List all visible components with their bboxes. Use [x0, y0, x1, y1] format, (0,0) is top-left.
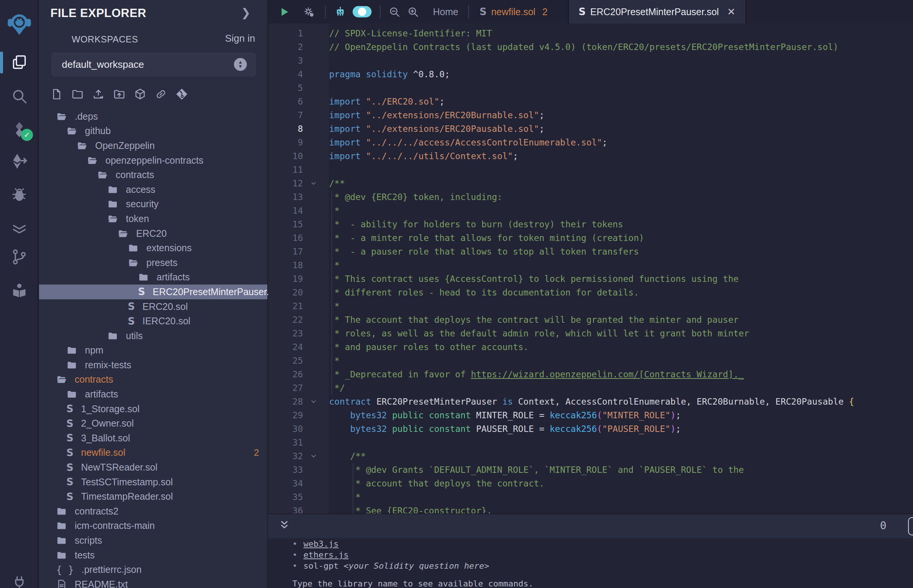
activity-remix-logo[interactable]	[0, 8, 38, 39]
tree-item-contracts[interactable]: contracts	[39, 372, 267, 387]
code-line-17[interactable]: 17 * - a pauser role that allows to stop…	[268, 245, 913, 258]
tree-item-access[interactable]: access	[39, 182, 267, 197]
tree-item-extensions[interactable]: extensions	[39, 241, 267, 255]
tree-item-presets[interactable]: presets	[39, 255, 267, 270]
code-line-2[interactable]: 2// OpenZeppelin Contracts (last updated…	[268, 40, 913, 54]
fold-chevron-icon[interactable]	[307, 449, 321, 463]
tree-item-contracts[interactable]: contracts	[39, 168, 267, 182]
code-line-18[interactable]: 18 *	[268, 258, 913, 272]
code-line-20[interactable]: 20 * different roles - head to its docum…	[268, 286, 913, 299]
fold-chevron-icon[interactable]	[307, 176, 321, 190]
activity-debugger[interactable]	[0, 178, 38, 210]
tree-item-ierc20-sol[interactable]: SIERC20.sol	[39, 314, 267, 328]
tree-item-security[interactable]: security	[39, 197, 267, 212]
tree-item-utils[interactable]: utils	[39, 328, 267, 343]
code-line-21[interactable]: 21 *	[268, 299, 913, 313]
code-line-28[interactable]: 28contract ERC20PresetMinterPauser is Co…	[268, 395, 913, 409]
git-clone-button[interactable]	[176, 88, 188, 102]
ai-assistant-icon[interactable]	[334, 6, 346, 18]
tree-item-npm[interactable]: npm	[39, 343, 267, 358]
tree-item-3-ballot-sol[interactable]: S3_Ballot.sol	[39, 431, 267, 446]
terminal-link[interactable]: web3.js	[303, 539, 338, 549]
upload-file-button[interactable]	[92, 88, 105, 102]
code-line-26[interactable]: 26 * _Deprecated in favor of https://wiz…	[268, 367, 913, 381]
tree-item-erc20-sol[interactable]: SERC20.sol	[39, 299, 267, 314]
code-line-7[interactable]: 7import "../extensions/ERC20Burnable.sol…	[268, 108, 913, 122]
terminal-search-input[interactable]	[908, 517, 913, 535]
code-line-5[interactable]: 5	[268, 81, 913, 95]
settings-gear-button[interactable]	[303, 6, 315, 18]
new-folder-button[interactable]	[71, 88, 84, 102]
activity-unit-testing[interactable]	[0, 212, 38, 244]
tree-item-erc20presetminterpauser-[interactable]: SERC20PresetMinterPauser...	[39, 284, 267, 299]
code-line-25[interactable]: 25 *	[268, 354, 913, 367]
terminal-link[interactable]: ethers.js	[303, 550, 348, 560]
tab-ERC20PresetMinterPauser.sol[interactable]: SERC20PresetMinterPauser.sol✕	[568, 0, 746, 24]
cube-button[interactable]	[134, 88, 146, 102]
code-line-14[interactable]: 14 *	[268, 204, 913, 218]
tree-item-contracts2[interactable]: contracts2	[39, 504, 267, 519]
code-line-4[interactable]: 4pragma solidity ^0.8.0;	[268, 68, 913, 81]
code-line-6[interactable]: 6import "../ERC20.sol";	[268, 95, 913, 108]
activity-search[interactable]	[0, 80, 38, 112]
code-line-30[interactable]: 30 bytes32 public constant PAUSER_ROLE =…	[268, 422, 913, 436]
code-line-24[interactable]: 24 * and pauser roles to other accounts.	[268, 340, 913, 354]
tree-item-artifacts[interactable]: artifacts	[39, 387, 267, 402]
sign-in-button[interactable]: Sign in	[221, 32, 256, 44]
tree-item-1-storage-sol[interactable]: S1_Storage.sol	[39, 402, 267, 417]
code-editor[interactable]: 1// SPDX-License-Identifier: MIT2// Open…	[268, 24, 913, 514]
link-button[interactable]	[155, 88, 167, 102]
upload-folder-button[interactable]	[113, 88, 126, 102]
code-line-10[interactable]: 10import "../../../utils/Context.sol";	[268, 149, 913, 163]
tree-item-github[interactable]: github	[39, 124, 267, 139]
activity-plugin-box[interactable]	[0, 274, 38, 306]
tree-item-newfile-sol[interactable]: Snewfile.sol2	[39, 446, 267, 460]
code-line-27[interactable]: 27 */	[268, 381, 913, 395]
code-line-11[interactable]: 11	[268, 163, 913, 176]
tree-item-tests[interactable]: tests	[39, 548, 267, 563]
code-line-22[interactable]: 22 * The account that deploys the contra…	[268, 313, 913, 326]
run-script-button[interactable]	[278, 6, 290, 18]
chevron-right-icon[interactable]: ❯	[241, 6, 251, 19]
tree-item-artifacts[interactable]: artifacts	[39, 270, 267, 285]
code-line-29[interactable]: 29 bytes32 public constant MINTER_ROLE =…	[268, 409, 913, 422]
activity-plug[interactable]	[0, 567, 38, 588]
code-line-31[interactable]: 31	[268, 436, 913, 449]
tree-item-remix-tests[interactable]: remix-tests	[39, 358, 267, 372]
tree-item-newtsreader-sol[interactable]: SNewTSReader.sol	[39, 460, 267, 475]
tree-item-readme-txt[interactable]: README.txt	[39, 577, 267, 588]
activity-file-explorer[interactable]	[0, 46, 38, 78]
tree-item-timestampreader-sol[interactable]: STimestampReader.sol	[39, 489, 267, 504]
code-line-34[interactable]: 34 * account that deploys the contract.	[268, 477, 913, 490]
tree-item-icm-contracts-main[interactable]: icm-contracts-main	[39, 519, 267, 533]
code-line-1[interactable]: 1// SPDX-License-Identifier: MIT	[268, 26, 913, 40]
tab-home[interactable]: Home	[429, 0, 458, 24]
code-line-3[interactable]: 3	[268, 54, 913, 68]
code-line-16[interactable]: 16 * - a minter role that allows for tok…	[268, 231, 913, 245]
code-line-32[interactable]: 32 /**	[268, 449, 913, 463]
code-line-9[interactable]: 9import "../../../access/AccessControlEn…	[268, 136, 913, 149]
activity-git[interactable]	[0, 241, 38, 273]
code-line-12[interactable]: 12/**	[268, 176, 913, 190]
code-line-13[interactable]: 13 * @dev {ERC20} token, including:	[268, 190, 913, 204]
close-tab-icon[interactable]: ✕	[727, 6, 735, 18]
tree-item-scripts[interactable]: scripts	[39, 533, 267, 548]
zoom-in-button[interactable]	[407, 6, 419, 18]
code-line-33[interactable]: 33 * @dev Grants `DEFAULT_ADMIN_ROLE`, `…	[268, 463, 913, 477]
activity-deploy-run[interactable]	[0, 145, 38, 177]
code-line-35[interactable]: 35 *	[268, 490, 913, 504]
code-line-36[interactable]: 36 * See {ERC20-constructor}.	[268, 504, 913, 514]
tree-item--prettierrc-json[interactable]: { }.prettierrc.json	[39, 562, 267, 577]
code-line-19[interactable]: 19 * This contract uses {AccessControl} …	[268, 272, 913, 286]
tree-item-openzeppelin-contracts[interactable]: openzeppelin-contracts	[39, 153, 267, 168]
activity-solidity-compiler[interactable]: ✓	[0, 114, 38, 145]
tab-newfile.sol[interactable]: Snewfile.sol2	[469, 0, 558, 24]
code-line-15[interactable]: 15 * - ability for holders to burn (dest…	[268, 218, 913, 231]
fold-chevron-icon[interactable]	[307, 395, 321, 409]
tree-item-testsctimestamp-sol[interactable]: STestSCTimestamp.sol	[39, 475, 267, 489]
tree-item-token[interactable]: token	[39, 212, 267, 226]
code-line-8[interactable]: 8import "../extensions/ERC20Pausable.sol…	[268, 122, 913, 136]
tree-item-openzeppelin[interactable]: OpenZeppelin	[39, 138, 267, 153]
tree-item-2-owner-sol[interactable]: S2_Owner.sol	[39, 416, 267, 431]
zoom-out-button[interactable]	[388, 6, 401, 18]
